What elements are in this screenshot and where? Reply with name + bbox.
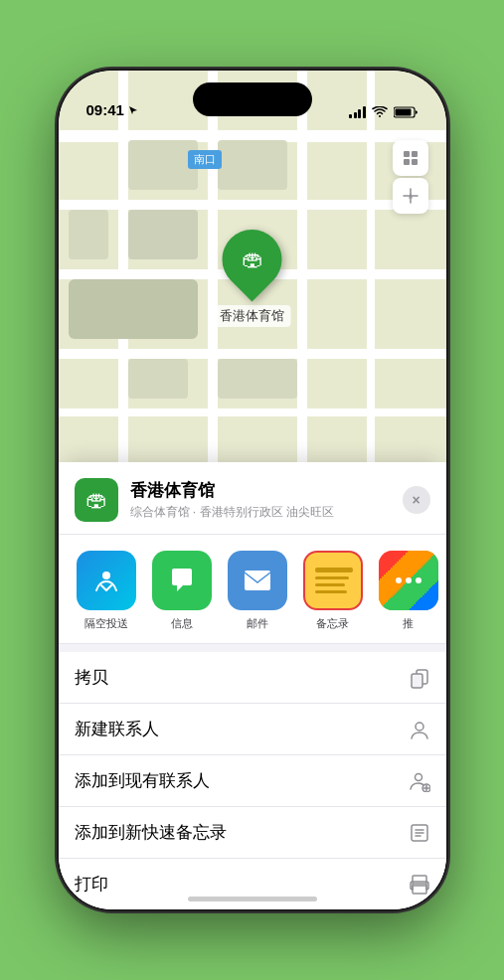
battery-icon xyxy=(394,106,419,118)
map-label-nankou: 南口 xyxy=(188,150,222,169)
home-indicator xyxy=(188,897,317,901)
signal-icon xyxy=(349,106,366,118)
map-type-button[interactable] xyxy=(393,140,428,176)
action-item-copy[interactable]: 拷贝 xyxy=(59,652,446,704)
airdrop-icon xyxy=(91,566,121,595)
action-item-add-existing[interactable]: 添加到现有联系人 xyxy=(59,755,446,807)
airdrop-icon-wrap xyxy=(77,551,136,610)
share-row: 隔空投送 信息 xyxy=(59,535,446,644)
notes-line-4 xyxy=(315,590,347,593)
svg-rect-1 xyxy=(395,109,411,116)
svg-rect-9 xyxy=(412,674,422,688)
svg-rect-7 xyxy=(245,571,270,590)
more-dots xyxy=(396,577,421,583)
share-item-notes[interactable]: 备忘录 xyxy=(301,551,365,631)
status-time: 09:41 xyxy=(86,101,139,118)
svg-point-10 xyxy=(416,723,423,731)
print-icon xyxy=(409,874,430,896)
airdrop-label: 隔空投送 xyxy=(84,616,128,631)
bottom-sheet: 🏟 香港体育馆 综合体育馆 · 香港特别行政区 油尖旺区 × xyxy=(59,462,446,909)
action-list: 拷贝 新建联系人 添加到现有联系人 xyxy=(59,652,446,909)
mail-icon-wrap xyxy=(228,551,287,610)
stadium-icon: 🏟 xyxy=(242,246,263,272)
venue-icon: 🏟 xyxy=(75,478,118,522)
notes-icon-wrap xyxy=(303,551,363,610)
svg-point-11 xyxy=(415,773,421,780)
venue-name: 香港体育馆 xyxy=(130,479,391,502)
svg-rect-20 xyxy=(413,886,426,894)
svg-rect-4 xyxy=(404,159,410,165)
messages-icon-wrap xyxy=(152,551,212,610)
svg-rect-3 xyxy=(412,151,418,157)
more-icon-wrap xyxy=(379,551,438,610)
location-pin: 🏟 香港体育馆 xyxy=(214,230,290,327)
pin-label: 香港体育馆 xyxy=(214,305,290,327)
location-button[interactable] xyxy=(393,178,428,214)
copy-icon xyxy=(409,667,430,689)
notes-line-2 xyxy=(315,576,349,579)
compass-icon xyxy=(402,187,420,205)
pin-circle: 🏟 xyxy=(210,218,294,302)
print-label: 打印 xyxy=(75,873,108,896)
location-arrow-icon xyxy=(127,104,139,116)
notes-lines-container xyxy=(305,553,361,608)
share-item-messages[interactable]: 信息 xyxy=(150,551,214,631)
action-item-add-notes[interactable]: 添加到新快速备忘录 xyxy=(59,807,446,859)
dot3 xyxy=(416,577,421,583)
action-item-new-contact[interactable]: 新建联系人 xyxy=(59,704,446,755)
mail-label: 邮件 xyxy=(247,616,268,631)
dot1 xyxy=(396,577,402,583)
action-item-print[interactable]: 打印 xyxy=(59,859,446,909)
svg-rect-19 xyxy=(413,876,426,884)
new-contact-label: 新建联系人 xyxy=(75,718,159,740)
phone-frame: 09:41 xyxy=(59,71,446,909)
mail-icon xyxy=(243,567,272,594)
dynamic-island xyxy=(193,82,312,116)
venue-card: 🏟 香港体育馆 综合体育馆 · 香港特别行政区 油尖旺区 × xyxy=(59,462,446,535)
copy-label: 拷贝 xyxy=(75,666,108,689)
add-existing-label: 添加到现有联系人 xyxy=(75,769,210,792)
venue-subtitle: 综合体育馆 · 香港特别行政区 油尖旺区 xyxy=(130,504,391,521)
add-notes-icon xyxy=(409,822,430,844)
notes-line-3 xyxy=(315,583,345,586)
time-display: 09:41 xyxy=(86,101,124,118)
new-contact-icon xyxy=(409,719,430,740)
phone-screen: 09:41 xyxy=(59,71,446,909)
more-label: 推 xyxy=(403,616,414,631)
venue-stadium-icon: 🏟 xyxy=(85,487,107,513)
notes-line-1 xyxy=(315,568,353,572)
map-controls xyxy=(393,140,428,214)
svg-point-6 xyxy=(102,572,110,579)
share-item-more[interactable]: 推 xyxy=(377,551,440,631)
add-existing-icon xyxy=(409,770,430,792)
svg-rect-2 xyxy=(404,151,410,157)
messages-label: 信息 xyxy=(171,616,193,631)
share-item-mail[interactable]: 邮件 xyxy=(226,551,289,631)
wifi-icon xyxy=(372,106,388,118)
add-notes-label: 添加到新快速备忘录 xyxy=(75,821,227,844)
close-button[interactable]: × xyxy=(403,486,430,514)
map-type-icon xyxy=(402,149,420,167)
share-item-airdrop[interactable]: 隔空投送 xyxy=(75,551,138,631)
venue-info: 香港体育馆 综合体育馆 · 香港特别行政区 油尖旺区 xyxy=(130,479,391,521)
svg-rect-5 xyxy=(412,159,418,165)
dot2 xyxy=(406,577,412,583)
status-icons xyxy=(349,106,419,118)
notes-label: 备忘录 xyxy=(316,616,349,631)
messages-icon xyxy=(167,566,197,595)
